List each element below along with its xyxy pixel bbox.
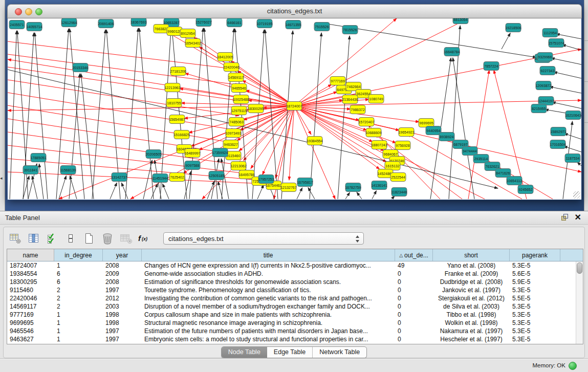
graph-node-2405571[interactable]: 2405571 — [9, 20, 25, 29]
tab-edge-table[interactable]: Edge Table — [267, 347, 312, 358]
rows-button[interactable] — [63, 231, 78, 246]
graph-node-14569117[interactable]: 14569117 — [228, 73, 244, 82]
graph-node-15892971[interactable]: 15892971 — [550, 127, 566, 136]
graph-node-16795817[interactable]: 16795817 — [297, 178, 313, 187]
graph-node-12444197[interactable]: 12444197 — [538, 97, 554, 105]
new-column-button[interactable] — [81, 231, 96, 246]
column-header-name[interactable]: name — [7, 249, 54, 261]
graph-node-1080749[interactable]: 1080749 — [368, 95, 384, 103]
graph-node-14671355[interactable]: 14671355 — [285, 20, 301, 29]
graph-node-3911841[interactable]: 3911841 — [23, 166, 38, 174]
graph-node-11568139[interactable]: 11568139 — [60, 166, 76, 174]
graph-node-12213062[interactable]: 12213062 — [230, 162, 246, 170]
graph-node-16782759[interactable]: 16782759 — [345, 183, 361, 192]
column-header-out_de[interactable]: △out_de... — [395, 249, 433, 261]
zoom-window-button[interactable] — [35, 8, 42, 15]
graph-node-17957253[interactable]: 17957253 — [258, 175, 274, 184]
table-mode-button[interactable] — [8, 231, 23, 246]
table-vertical-scrollbar[interactable] — [576, 261, 583, 344]
graph-node-8471626[interactable]: 8471626 — [495, 169, 511, 178]
graph-node-7815526[interactable]: 7815526 — [342, 26, 358, 34]
graph-node-12505185[interactable]: 12505185 — [208, 171, 224, 180]
minimize-window-button[interactable] — [25, 8, 32, 15]
table-row[interactable]: 911546021997Tourette syndrome. Phenomeno… — [7, 286, 583, 294]
graph-node-13142737[interactable]: 13142737 — [111, 173, 127, 182]
graph-node-19218506[interactable]: 19218506 — [505, 24, 521, 32]
table-row[interactable]: 1938455462009Genome-wide association stu… — [7, 270, 583, 278]
delete-table-button[interactable] — [118, 231, 133, 246]
graph-node-9329966[interactable]: 9329966 — [537, 53, 553, 61]
sidebar-collapse-arrow[interactable]: ◂ — [0, 176, 3, 181]
table-row[interactable]: 977716911998Corpus callosum shape and si… — [7, 311, 583, 319]
graph-node-15751074[interactable]: 15751074 — [548, 39, 564, 48]
graph-node-10688609[interactable]: 10688609 — [365, 128, 381, 137]
graph-node-1187534[interactable]: 1187534 — [565, 154, 580, 163]
graph-node-9474444[interactable]: 9474444 — [462, 147, 477, 156]
close-panel-button[interactable]: ✕ — [575, 212, 581, 222]
graph-node-9440954[interactable]: 9440954 — [426, 126, 441, 135]
graph-node-10025488[interactable]: 10025488 — [233, 95, 249, 104]
function-builder-button[interactable]: f (x) — [137, 231, 151, 246]
table-row[interactable]: 1830029562008Estimation of significance … — [7, 278, 583, 286]
column-header-in_degree[interactable]: in_degree — [54, 249, 103, 261]
graph-node-18300295[interactable]: 18300295 — [248, 104, 264, 113]
graph-node-9756928[interactable]: 9756928 — [395, 141, 410, 150]
tab-network-table[interactable]: Network Table — [312, 347, 366, 358]
graph-node-9777169[interactable]: 9777169 — [330, 77, 345, 85]
graph-node-11823448[interactable]: 11823448 — [391, 188, 407, 196]
graph-node-16648784[interactable]: 16648784 — [444, 48, 460, 56]
tab-node-table[interactable]: Node Table — [222, 347, 267, 358]
graph-node-18367693[interactable]: 18367693 — [130, 18, 146, 27]
graph-node-7485063[interactable]: 7485063 — [229, 118, 244, 126]
delete-column-button[interactable] — [100, 231, 115, 246]
table-row[interactable]: 969969511998Structural magnetic resonanc… — [7, 319, 583, 327]
graph-node-10719195[interactable]: 10719195 — [256, 19, 272, 28]
network-window-titlebar[interactable]: citations_edges.txt — [7, 4, 582, 18]
scrollbar-thumb[interactable] — [577, 262, 582, 274]
graph-node-8912954[interactable]: 8912954 — [180, 29, 195, 38]
graph-node-7515526[interactable]: 7515526 — [314, 23, 330, 31]
column-header-short[interactable]: short — [433, 249, 510, 261]
graph-node-10973493[interactable]: 10973493 — [225, 129, 241, 138]
graph-node-22420046[interactable]: 22420046 — [223, 63, 239, 72]
graph-node-19384554[interactable]: 19384554 — [307, 137, 322, 145]
graph-node-17016504[interactable]: 17016504 — [550, 140, 565, 149]
graph-node-16543402[interactable]: 16543402 — [185, 39, 201, 48]
graph-node-15720407[interactable]: 15720407 — [358, 118, 374, 126]
resize-grip[interactable] — [573, 191, 580, 199]
graph-node-14055714[interactable]: 14055714 — [26, 23, 42, 31]
graph-node-1112954[interactable]: 1112954 — [542, 29, 558, 37]
graph-node-8938924[interactable]: 8938924 — [439, 133, 454, 141]
graph-node-9699695[interactable]: 9699695 — [419, 119, 434, 127]
table-selector-dropdown[interactable]: citations_edges.txt — [163, 232, 364, 245]
graph-node-18412005[interactable]: 18412005 — [217, 53, 233, 61]
graph-node-7857224[interactable]: 7857224 — [484, 62, 499, 71]
graph-node-19654923[interactable]: 19654923 — [398, 128, 414, 137]
graph-node-20206505[interactable]: 20206505 — [145, 150, 161, 159]
graph-node-16489997[interactable]: 16489997 — [184, 149, 200, 158]
select-visible-button[interactable] — [45, 231, 59, 246]
graph-node-17359924[interactable]: 17359924 — [212, 148, 228, 157]
float-panel-button[interactable] — [561, 213, 569, 223]
graph-node-20691406[interactable]: 20691406 — [98, 19, 114, 28]
graph-node-1810755[interactable]: 1810755 — [166, 99, 182, 107]
network-canvas[interactable]: 2405571140557141261296420691406183676931… — [8, 18, 581, 200]
graph-node-9245652[interactable]: 9245652 — [518, 185, 533, 194]
graph-node-27181206[interactable]: 27181206 — [170, 67, 186, 76]
graph-node-8813054[interactable]: 8813054 — [453, 18, 468, 24]
table-row[interactable]: 946362711997Embryonic stem cells: a mode… — [7, 335, 583, 343]
graph-node-8215955[interactable]: 8215955 — [531, 104, 547, 113]
graph-node-9463627[interactable]: 9463627 — [223, 140, 238, 149]
close-window-button[interactable] — [15, 8, 22, 15]
table-row[interactable]: 2242004622012Investigating the contribut… — [7, 294, 583, 302]
table-row[interactable]: 1456911722003Disruption of a novel membe… — [7, 302, 583, 311]
graph-node-2935114[interactable]: 2935114 — [473, 155, 489, 163]
graph-node-12975115[interactable]: 12975115 — [231, 106, 247, 115]
graph-node-9465546[interactable]: 9465546 — [231, 84, 247, 93]
graph-node-18807243[interactable]: 18807243 — [371, 141, 387, 149]
table-row[interactable]: 946554611997Estimation of the future num… — [7, 327, 583, 335]
graph-node-10654112[interactable]: 10654112 — [507, 177, 522, 185]
graph-node-17885051[interactable]: 17885051 — [30, 154, 46, 162]
graph-node-7986372[interactable]: 7986372 — [350, 105, 365, 114]
graph-node-12213963[interactable]: 12213963 — [164, 83, 180, 92]
